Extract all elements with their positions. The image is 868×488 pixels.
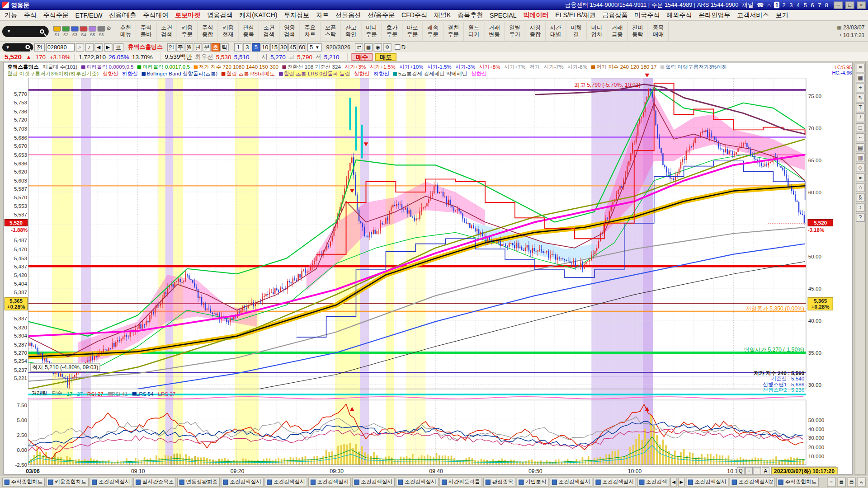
- zoom-out-button[interactable]: −: [754, 467, 761, 474]
- taskbar-item-12[interactable]: 기업분석: [516, 478, 548, 487]
- taskbar-item-2[interactable]: 조건검색실시: [90, 478, 132, 487]
- grid-icon[interactable]: ▦: [856, 74, 865, 83]
- toolbar-button-바로주문[interactable]: 바로주문: [402, 22, 423, 41]
- minimize-button[interactable]: ─: [834, 2, 843, 9]
- toolbar-button-거래변동[interactable]: 거래변동: [484, 22, 505, 41]
- buy-button[interactable]: 매수: [351, 53, 373, 61]
- menu-item-주식주문[interactable]: 주식주문: [43, 11, 69, 19]
- toolbar-button-쾌속주문[interactable]: 쾌속주문: [423, 22, 443, 41]
- legend1-item-2[interactable]: 파라볼릭 0.0009,0.5: [81, 64, 134, 71]
- screen-number-7[interactable]: 7: [817, 2, 822, 9]
- stock-name[interactable]: 휴맥스홀딩스: [128, 43, 163, 51]
- taskbar-item-10[interactable]: 시간외등락률: [439, 478, 482, 487]
- pattern-a-icon[interactable]: ▤: [856, 143, 865, 152]
- pattern-b-icon[interactable]: ▥: [856, 153, 865, 162]
- toolbar-button-전비등락[interactable]: 전비등락: [628, 22, 648, 41]
- toolbar-button-영웅검색[interactable]: 영웅검색: [279, 22, 300, 41]
- quick-slot-icon-3[interactable]: [71, 26, 79, 31]
- gear-icon[interactable]: ⚙: [106, 26, 111, 31]
- period-button-월[interactable]: 월: [185, 43, 193, 51]
- menu-item-ELS/ELB/채권[interactable]: ELS/ELB/채권: [555, 11, 595, 19]
- shape-icon[interactable]: □: [856, 123, 865, 132]
- menu-item-영웅검색[interactable]: 영웅검색: [207, 11, 232, 19]
- legend1-item-13[interactable]: 저가: [529, 64, 540, 71]
- toolbar-button-주식툴바[interactable]: 주식툴바: [136, 22, 156, 41]
- jeon-button[interactable]: 전: [34, 43, 45, 51]
- menu-item-미국주식[interactable]: 미국주식: [634, 11, 660, 19]
- sound-icon[interactable]: ♪: [85, 43, 93, 51]
- legend2-item-0[interactable]: 힐림 아랫구름저가3%이하(하루전기준): [7, 70, 99, 78]
- interval-button-1[interactable]: 1: [234, 43, 242, 51]
- legend2-item-4[interactable]: 힐림 초봉 RSI과매도: [222, 70, 275, 78]
- taskbar-item-8[interactable]: 조건검색실시: [352, 478, 395, 487]
- chart-stock-combo[interactable]: ▼: [2, 43, 33, 51]
- sub-legend-item-3[interactable]: 27: [77, 390, 83, 396]
- toolbar-button-호가주문[interactable]: 호가주문: [382, 22, 402, 41]
- restore-button[interactable]: □: [845, 2, 854, 9]
- settings-icon[interactable]: §: [856, 193, 865, 202]
- taskbar-item-7[interactable]: 조건검색실시: [308, 478, 351, 487]
- legend2-item-9[interactable]: 상한선: [471, 70, 487, 78]
- quick-slot-icon-1[interactable]: [53, 26, 61, 31]
- wave-tool-icon[interactable]: ~: [856, 133, 865, 142]
- taskbar-item-11[interactable]: 관심종목: [483, 478, 515, 487]
- menu-icon[interactable]: ≡: [856, 64, 865, 73]
- sell-button[interactable]: 매도: [375, 53, 396, 61]
- menu-item-보기[interactable]: 보기: [775, 11, 788, 19]
- home-icon[interactable]: ⌂: [856, 183, 865, 192]
- legend2-item-7[interactable]: 하한선: [373, 70, 389, 78]
- cursor-icon[interactable]: ↖: [856, 94, 865, 103]
- legend1-item-7[interactable]: 시가+1.5%: [370, 64, 396, 71]
- next-stock-button[interactable]: ▶: [104, 43, 112, 51]
- dot-tool-icon[interactable]: ●: [856, 173, 865, 182]
- auto-arrange-button[interactable]: A: [857, 478, 866, 487]
- auto-scale-button[interactable]: A: [762, 467, 769, 474]
- snapshot-icon[interactable]: ◉: [374, 43, 382, 51]
- layout-grid-icon[interactable]: ▦: [364, 43, 373, 51]
- legend2-item-5[interactable]: 힐림 초봉 LRS 0선돌파 눌림: [279, 70, 350, 78]
- interval-button-30[interactable]: 30: [279, 43, 288, 51]
- code-search-button[interactable]: ⌕: [75, 43, 84, 51]
- toolbar-button-키움현재[interactable]: 키움현재: [218, 22, 238, 41]
- interval-button-15[interactable]: 15: [270, 43, 278, 51]
- toolbar-button-조건검색[interactable]: 조건검색: [259, 22, 279, 41]
- screen-number-1[interactable]: 1: [774, 2, 779, 9]
- legend1-item-16[interactable]: 저가 지수 240 120 180 17: [591, 64, 657, 71]
- menu-item-주식대여[interactable]: 주식대여: [143, 11, 168, 19]
- sub-legend-item-7[interactable]: LRS 27: [158, 390, 176, 396]
- period-button-일[interactable]: 일: [167, 43, 175, 51]
- legend1-item-17[interactable]: 힐림 아랫구름저가3%이하: [660, 64, 727, 71]
- toolbar-button-거래금증[interactable]: 거래금증: [607, 22, 627, 41]
- taskbar-item-0[interactable]: 주식종합차트: [2, 478, 45, 487]
- toolbar-button-일별주가[interactable]: 일별주가: [505, 22, 525, 41]
- toolbar-button-종목매매[interactable]: 종목매매: [648, 22, 669, 41]
- menu-item-고객서비스[interactable]: 고객서비스: [737, 11, 769, 19]
- interval-button-60[interactable]: 60: [297, 43, 306, 51]
- taskbar-item-3[interactable]: 실시간증목조: [133, 478, 176, 487]
- menu-item-신용/대출[interactable]: 신용/대출: [109, 11, 136, 19]
- quick-slot-icon-5[interactable]: [89, 26, 96, 31]
- chart-settings-icon[interactable]: ⚙: [383, 43, 391, 51]
- sub-legend-item-1[interactable]: 단순: [52, 390, 62, 397]
- menu-item-선물옵션[interactable]: 선물옵션: [335, 11, 361, 19]
- toolbar-button-잔고확인[interactable]: 잔고확인: [341, 22, 361, 41]
- menu-item-CFD주식[interactable]: CFD주식: [401, 11, 427, 19]
- diamond-tool-icon[interactable]: ◇: [856, 163, 865, 172]
- home-icon[interactable]: ⌂: [767, 2, 771, 9]
- toolbar-button-오픈스탁[interactable]: 오픈스탁: [321, 22, 341, 41]
- menu-item-차트[interactable]: 차트: [316, 11, 329, 19]
- q-tool-button[interactable]: Q: [737, 467, 745, 474]
- menu-item-투자정보[interactable]: 투자정보: [284, 11, 309, 19]
- menu-item-금융상품[interactable]: 금융상품: [602, 11, 627, 19]
- quick-slot-icon-2[interactable]: [62, 26, 70, 31]
- taskbar-item-15[interactable]: 조건검색: [637, 478, 669, 487]
- help-icon[interactable]: ?: [856, 213, 865, 222]
- stock-code-input[interactable]: [46, 43, 75, 51]
- legend2-item-2[interactable]: 하한선: [122, 70, 138, 78]
- legend1-item-9[interactable]: 시가-1.5%: [427, 64, 452, 71]
- legend1-item-8[interactable]: 시가+10%: [399, 64, 423, 71]
- toolbar-button-조건검색[interactable]: 조건검색: [156, 22, 177, 41]
- menu-item-로보마켓[interactable]: 로보마켓: [175, 11, 200, 19]
- legend1-item-0[interactable]: 휴맥스홀딩스: [7, 64, 39, 71]
- stock-search-combo[interactable]: ▼: [2, 26, 49, 37]
